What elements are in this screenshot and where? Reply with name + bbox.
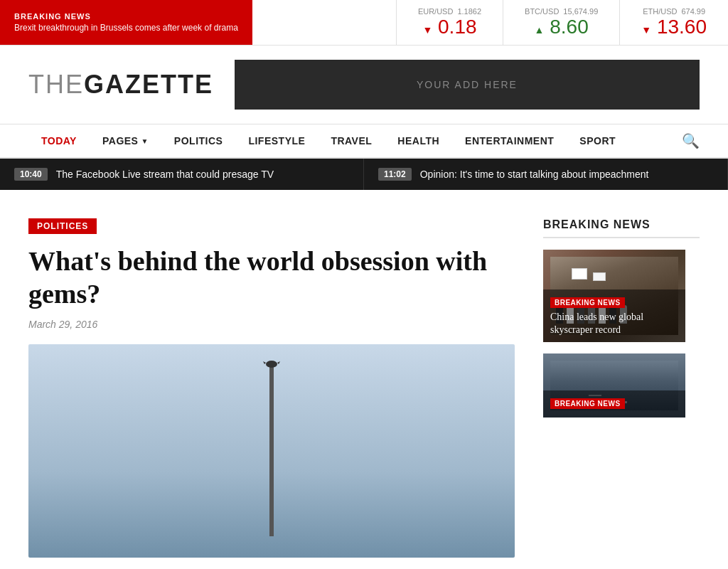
ticker-text-0: The Facebook Live stream that could pres… [56,169,274,180]
ticker-time-0: 10:40 [14,168,48,181]
nav-item-entertainment[interactable]: ENTERTAINMENT [452,124,567,158]
nav-item-sport[interactable]: SPORT [567,124,628,158]
article-area: POLITICES What's behind the world obsess… [28,218,515,558]
site-logo[interactable]: THEGAZETTE [28,70,213,100]
top-bar: BREAKING NEWS Brexit breakthrough in Bru… [0,0,728,46]
ad-banner: YOUR ADD HERE [235,60,700,110]
sidebar-card-title-0: China leads new global skyscraper record [550,311,678,336]
currency-ref-1: 15,674.99 [563,7,598,16]
svg-marker-2 [277,361,280,364]
currency-ref-0: 1.1862 [457,7,481,16]
currency-btcusd: BTC/USD 15,674.99 8.60 [503,0,619,45]
currency-value-1: 8.60 [535,16,589,38]
main-nav: TODAY PAGES ▼ POLITICS LIFESTYLE TRAVEL … [0,124,728,159]
currency-ethusd: ETH/USD 674.99 13.60 [619,0,728,45]
breaking-news-top: BREAKING NEWS Brexit breakthrough in Bru… [0,0,252,45]
nav-item-pages[interactable]: PAGES ▼ [90,124,161,158]
currency-eurusd: EUR/USD 1.1862 0.18 [396,0,503,45]
search-button[interactable]: 🔍 [682,132,700,149]
breaking-label: BREAKING NEWS [14,12,238,21]
arrow-up-icon-1 [535,16,545,38]
article-title: What's behind the world obsession with g… [28,245,515,310]
nav-item-health[interactable]: HEALTH [385,124,452,158]
sidebar-title: BREAKING NEWS [543,218,700,238]
category-badge[interactable]: POLITICES [28,218,97,234]
sidebar-card-overlay-1: BREAKING NEWS [543,390,685,418]
sidebar-card-badge-0: BREAKING NEWS [550,297,625,308]
ticker-time-1: 11:02 [378,168,412,181]
pole-top-element [263,357,280,371]
currency-ref-2: 674.99 [681,7,705,16]
ticker-item-0: 10:40 The Facebook Live stream that coul… [0,159,364,190]
protest-sign-2 [593,272,606,281]
sidebar-card-image-0: BREAKING NEWS China leads new global sky… [543,250,685,342]
article-date: March 29, 2016 [28,319,515,330]
currency-pair-2: ETH/USD [643,7,677,16]
sidebar-card-badge-1: BREAKING NEWS [550,398,625,409]
chevron-down-icon: ▼ [141,137,148,145]
site-header: THEGAZETTE YOUR ADD HERE [0,46,728,124]
currency-value-2: 13.60 [641,16,707,38]
nav-item-travel[interactable]: TRAVEL [318,124,385,158]
protest-sign [572,268,587,280]
ticker-item-1: 11:02 Opinion: It's time to start talkin… [364,159,728,190]
sidebar-card-image-1: BREAKING NEWS [543,353,685,418]
svg-marker-1 [263,361,266,364]
sidebar: BREAKING NEWS [543,218,700,558]
currency-pair-1: BTC/USD [525,7,559,16]
pole [269,366,274,536]
sidebar-card-overlay-0: BREAKING NEWS China leads new global sky… [543,289,685,342]
currency-pair-0: EUR/USD [418,7,454,16]
breaking-text: Brexit breakthrough in Brussels comes af… [14,23,238,33]
article-image [28,344,515,558]
logo-the: THE [28,70,84,99]
currency-ticker: EUR/USD 1.1862 0.18 BTC/USD 15,674.99 8.… [396,0,728,45]
svg-point-0 [266,361,277,368]
sidebar-card-0[interactable]: BREAKING NEWS China leads new global sky… [543,250,700,342]
arrow-down-icon-2 [641,16,651,38]
nav-item-today[interactable]: TODAY [28,124,90,158]
arrow-down-icon-0 [422,16,432,38]
ticker-strip: 10:40 The Facebook Live stream that coul… [0,159,728,190]
logo-gazette: GAZETTE [84,70,213,99]
sidebar-card-1[interactable]: BREAKING NEWS [543,353,700,418]
nav-item-politics[interactable]: POLITICS [161,124,236,158]
nav-item-lifestyle[interactable]: LIFESTYLE [235,124,318,158]
currency-value-0: 0.18 [422,16,476,38]
ticker-text-1: Opinion: It's time to start talking abou… [420,169,649,180]
main-content: POLITICES What's behind the world obsess… [0,190,728,569]
